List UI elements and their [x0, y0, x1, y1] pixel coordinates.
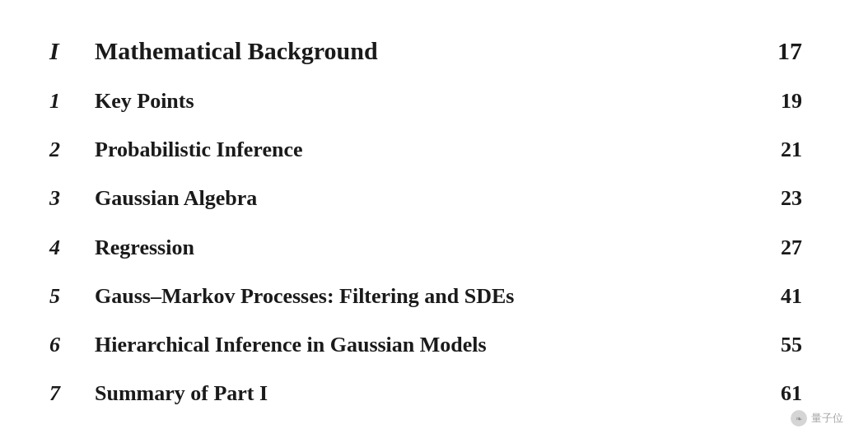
toc-entry-title: Regression	[95, 235, 761, 260]
toc-entry-title: Hierarchical Inference in Gaussian Model…	[95, 333, 761, 357]
watermark-icon: ❧	[791, 410, 807, 427]
toc-entry-title: Gaussian Algebra	[95, 186, 761, 211]
toc-entry-title: Mathematical Background	[95, 37, 761, 65]
toc-entry-title: Key Points	[95, 89, 761, 114]
toc-entry-number: I	[49, 37, 95, 65]
toc-row: IMathematical Background17	[49, 35, 802, 67]
toc-entry-page: 23	[761, 186, 802, 211]
toc-row: 5Gauss–Markov Processes: Filtering and S…	[49, 282, 802, 310]
toc-left: 6Hierarchical Inference in Gaussian Mode…	[49, 333, 761, 357]
toc-row: 1Key Points19	[49, 87, 802, 115]
toc-left: IMathematical Background	[49, 37, 761, 65]
toc-entry-number: 7	[49, 381, 95, 406]
toc-entry-number: 2	[49, 138, 95, 162]
watermark: ❧ 量子位	[791, 410, 843, 427]
toc-entry-number: 3	[49, 186, 95, 211]
toc-row: 7Summary of Part I61	[49, 380, 802, 408]
toc-entry-page: 21	[761, 138, 802, 162]
toc-left: 1Key Points	[49, 89, 761, 114]
toc-entry-title: Summary of Part I	[95, 381, 761, 406]
toc-entry-page: 55	[761, 333, 802, 357]
toc-entry-page: 41	[761, 284, 802, 309]
toc-left: 7Summary of Part I	[49, 381, 761, 406]
watermark-text: 量子位	[811, 411, 843, 426]
toc-row: 4Regression27	[49, 234, 802, 262]
toc-entry-page: 19	[761, 89, 802, 114]
toc-left: 2Probabilistic Inference	[49, 138, 761, 162]
toc-entry-page: 17	[761, 37, 802, 65]
toc-entry-number: 5	[49, 284, 95, 309]
toc-row: 6Hierarchical Inference in Gaussian Mode…	[49, 331, 802, 359]
toc-left: 4Regression	[49, 235, 761, 260]
toc-entry-page: 61	[761, 381, 802, 406]
toc-row: 2Probabilistic Inference21	[49, 136, 802, 164]
toc-left: 5Gauss–Markov Processes: Filtering and S…	[49, 284, 761, 309]
toc-entry-number: 6	[49, 333, 95, 357]
toc-entry-number: 1	[49, 89, 95, 114]
toc-container: IMathematical Background171Key Points192…	[0, 0, 868, 443]
toc-row: 3Gaussian Algebra23	[49, 184, 802, 212]
toc-entry-number: 4	[49, 235, 95, 260]
toc-left: 3Gaussian Algebra	[49, 186, 761, 211]
toc-entry-page: 27	[761, 235, 802, 260]
toc-entry-title: Gauss–Markov Processes: Filtering and SD…	[95, 284, 761, 309]
toc-entry-title: Probabilistic Inference	[95, 138, 761, 162]
